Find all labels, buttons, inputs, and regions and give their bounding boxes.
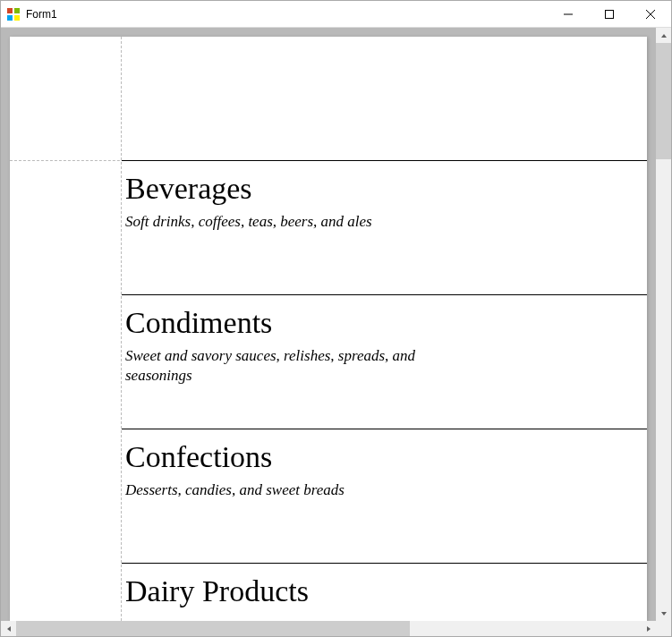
section-desc: Desserts, candies, and sweet breads: [125, 480, 465, 501]
minimize-button[interactable]: [548, 1, 589, 27]
window-title: Form1: [26, 8, 57, 21]
scroll-up-button[interactable]: [656, 28, 671, 43]
section-title: Beverages: [125, 170, 629, 208]
report-section: Condiments Sweet and savory sauces, reli…: [122, 294, 647, 429]
close-button[interactable]: [630, 1, 671, 27]
hscroll-track[interactable]: [16, 621, 641, 636]
report-section: Beverages Soft drinks, coffees, teas, be…: [122, 160, 647, 294]
scroll-right-button[interactable]: [641, 621, 656, 636]
window-controls: [548, 1, 671, 27]
hscroll-thumb[interactable]: [16, 621, 410, 636]
report-section: Confections Desserts, candies, and sweet…: [122, 429, 647, 563]
section-desc: Soft drinks, coffees, teas, beers, and a…: [125, 212, 465, 233]
svg-rect-3: [14, 15, 20, 21]
svg-rect-1: [14, 8, 20, 13]
vscroll-track[interactable]: [656, 43, 671, 606]
horizontal-scrollbar[interactable]: [1, 621, 656, 636]
section-title: Condiments: [125, 304, 629, 343]
section-title: Dairy Products: [125, 573, 629, 611]
scroll-left-button[interactable]: [1, 621, 16, 636]
svg-rect-0: [7, 8, 13, 13]
maximize-button[interactable]: [589, 1, 630, 27]
vertical-scrollbar[interactable]: [656, 28, 671, 621]
report-viewport: Beverages Soft drinks, coffees, teas, be…: [1, 28, 671, 636]
section-title: Confections: [125, 438, 629, 477]
window-frame: Form1 Beverages: [0, 0, 672, 637]
titlebar[interactable]: Form1: [1, 1, 671, 28]
app-icon: [6, 7, 21, 21]
client-area: Beverages Soft drinks, coffees, teas, be…: [1, 28, 671, 636]
report-content: Beverages Soft drinks, coffees, teas, be…: [122, 160, 647, 621]
report-section: Dairy Products: [122, 563, 647, 621]
svg-rect-2: [7, 15, 13, 21]
scroll-down-button[interactable]: [656, 606, 671, 621]
page-wrap: Beverages Soft drinks, coffees, teas, be…: [1, 28, 656, 621]
vscroll-thumb[interactable]: [656, 43, 671, 159]
section-desc: Sweet and savory sauces, relishes, sprea…: [125, 346, 465, 387]
report-page: Beverages Soft drinks, coffees, teas, be…: [10, 37, 647, 621]
svg-rect-5: [606, 10, 614, 18]
scrollbar-corner: [656, 621, 671, 636]
